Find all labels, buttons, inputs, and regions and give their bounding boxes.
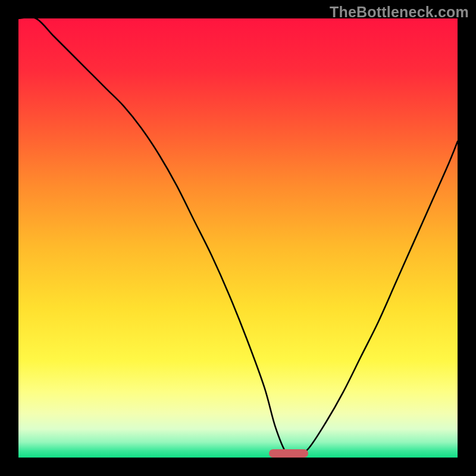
optimal-marker bbox=[269, 449, 308, 458]
plot-area bbox=[18, 18, 458, 458]
watermark-text: TheBottleneck.com bbox=[330, 4, 469, 21]
bottleneck-curve bbox=[18, 18, 458, 458]
chart-frame: TheBottleneck.com bbox=[0, 0, 476, 476]
